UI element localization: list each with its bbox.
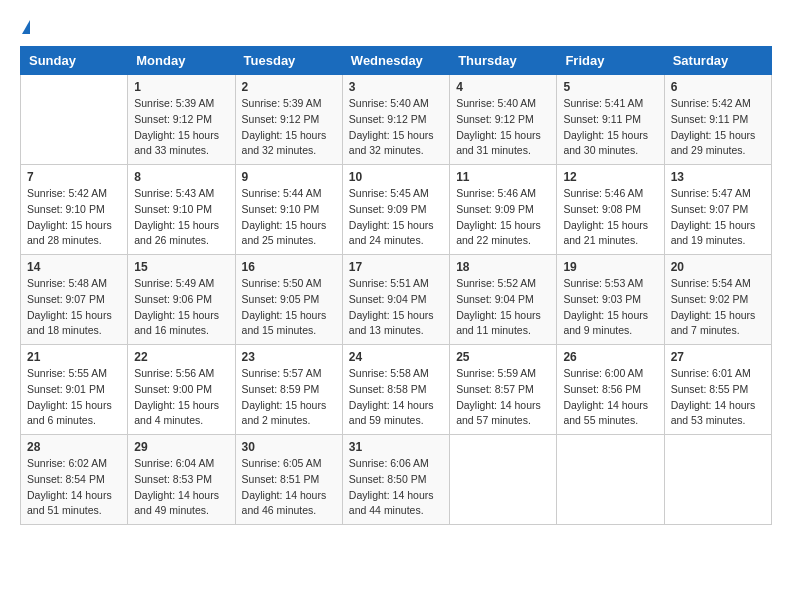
- calendar-table: SundayMondayTuesdayWednesdayThursdayFrid…: [20, 46, 772, 525]
- calendar-day-cell: 13Sunrise: 5:47 AMSunset: 9:07 PMDayligh…: [664, 165, 771, 255]
- day-info: Sunrise: 5:40 AMSunset: 9:12 PMDaylight:…: [456, 96, 550, 159]
- calendar-day-cell: [450, 435, 557, 525]
- page-header: [20, 20, 772, 36]
- day-number: 17: [349, 260, 443, 274]
- day-info: Sunrise: 5:58 AMSunset: 8:58 PMDaylight:…: [349, 366, 443, 429]
- day-number: 1: [134, 80, 228, 94]
- calendar-day-cell: 2Sunrise: 5:39 AMSunset: 9:12 PMDaylight…: [235, 75, 342, 165]
- day-info: Sunrise: 5:50 AMSunset: 9:05 PMDaylight:…: [242, 276, 336, 339]
- day-number: 16: [242, 260, 336, 274]
- day-info: Sunrise: 5:51 AMSunset: 9:04 PMDaylight:…: [349, 276, 443, 339]
- day-number: 12: [563, 170, 657, 184]
- calendar-day-cell: 6Sunrise: 5:42 AMSunset: 9:11 PMDaylight…: [664, 75, 771, 165]
- day-info: Sunrise: 5:40 AMSunset: 9:12 PMDaylight:…: [349, 96, 443, 159]
- day-info: Sunrise: 5:41 AMSunset: 9:11 PMDaylight:…: [563, 96, 657, 159]
- day-info: Sunrise: 5:48 AMSunset: 9:07 PMDaylight:…: [27, 276, 121, 339]
- day-number: 20: [671, 260, 765, 274]
- calendar-header-row: SundayMondayTuesdayWednesdayThursdayFrid…: [21, 47, 772, 75]
- day-info: Sunrise: 5:57 AMSunset: 8:59 PMDaylight:…: [242, 366, 336, 429]
- calendar-day-cell: 30Sunrise: 6:05 AMSunset: 8:51 PMDayligh…: [235, 435, 342, 525]
- calendar-day-cell: 29Sunrise: 6:04 AMSunset: 8:53 PMDayligh…: [128, 435, 235, 525]
- day-number: 29: [134, 440, 228, 454]
- calendar-day-cell: 1Sunrise: 5:39 AMSunset: 9:12 PMDaylight…: [128, 75, 235, 165]
- calendar-day-cell: 26Sunrise: 6:00 AMSunset: 8:56 PMDayligh…: [557, 345, 664, 435]
- calendar-day-cell: [21, 75, 128, 165]
- day-number: 11: [456, 170, 550, 184]
- calendar-header-cell: Wednesday: [342, 47, 449, 75]
- calendar-header-cell: Thursday: [450, 47, 557, 75]
- day-number: 2: [242, 80, 336, 94]
- day-number: 7: [27, 170, 121, 184]
- day-info: Sunrise: 5:42 AMSunset: 9:10 PMDaylight:…: [27, 186, 121, 249]
- day-number: 6: [671, 80, 765, 94]
- day-info: Sunrise: 6:01 AMSunset: 8:55 PMDaylight:…: [671, 366, 765, 429]
- calendar-day-cell: [557, 435, 664, 525]
- day-number: 13: [671, 170, 765, 184]
- calendar-header-cell: Tuesday: [235, 47, 342, 75]
- calendar-day-cell: 15Sunrise: 5:49 AMSunset: 9:06 PMDayligh…: [128, 255, 235, 345]
- day-info: Sunrise: 5:59 AMSunset: 8:57 PMDaylight:…: [456, 366, 550, 429]
- calendar-day-cell: 18Sunrise: 5:52 AMSunset: 9:04 PMDayligh…: [450, 255, 557, 345]
- day-info: Sunrise: 6:06 AMSunset: 8:50 PMDaylight:…: [349, 456, 443, 519]
- calendar-day-cell: 24Sunrise: 5:58 AMSunset: 8:58 PMDayligh…: [342, 345, 449, 435]
- day-info: Sunrise: 5:49 AMSunset: 9:06 PMDaylight:…: [134, 276, 228, 339]
- day-number: 27: [671, 350, 765, 364]
- day-info: Sunrise: 5:53 AMSunset: 9:03 PMDaylight:…: [563, 276, 657, 339]
- day-info: Sunrise: 5:43 AMSunset: 9:10 PMDaylight:…: [134, 186, 228, 249]
- day-info: Sunrise: 5:39 AMSunset: 9:12 PMDaylight:…: [134, 96, 228, 159]
- calendar-header-cell: Monday: [128, 47, 235, 75]
- day-info: Sunrise: 6:04 AMSunset: 8:53 PMDaylight:…: [134, 456, 228, 519]
- calendar-day-cell: 19Sunrise: 5:53 AMSunset: 9:03 PMDayligh…: [557, 255, 664, 345]
- day-number: 10: [349, 170, 443, 184]
- day-info: Sunrise: 5:45 AMSunset: 9:09 PMDaylight:…: [349, 186, 443, 249]
- calendar-week-row: 21Sunrise: 5:55 AMSunset: 9:01 PMDayligh…: [21, 345, 772, 435]
- calendar-day-cell: 22Sunrise: 5:56 AMSunset: 9:00 PMDayligh…: [128, 345, 235, 435]
- day-number: 28: [27, 440, 121, 454]
- day-number: 19: [563, 260, 657, 274]
- day-info: Sunrise: 5:46 AMSunset: 9:08 PMDaylight:…: [563, 186, 657, 249]
- day-info: Sunrise: 5:56 AMSunset: 9:00 PMDaylight:…: [134, 366, 228, 429]
- calendar-day-cell: 21Sunrise: 5:55 AMSunset: 9:01 PMDayligh…: [21, 345, 128, 435]
- day-number: 31: [349, 440, 443, 454]
- day-info: Sunrise: 5:46 AMSunset: 9:09 PMDaylight:…: [456, 186, 550, 249]
- day-number: 30: [242, 440, 336, 454]
- calendar-day-cell: 17Sunrise: 5:51 AMSunset: 9:04 PMDayligh…: [342, 255, 449, 345]
- calendar-week-row: 14Sunrise: 5:48 AMSunset: 9:07 PMDayligh…: [21, 255, 772, 345]
- calendar-header-cell: Sunday: [21, 47, 128, 75]
- day-info: Sunrise: 5:47 AMSunset: 9:07 PMDaylight:…: [671, 186, 765, 249]
- calendar-day-cell: 12Sunrise: 5:46 AMSunset: 9:08 PMDayligh…: [557, 165, 664, 255]
- day-info: Sunrise: 5:42 AMSunset: 9:11 PMDaylight:…: [671, 96, 765, 159]
- calendar-day-cell: 8Sunrise: 5:43 AMSunset: 9:10 PMDaylight…: [128, 165, 235, 255]
- calendar-day-cell: 5Sunrise: 5:41 AMSunset: 9:11 PMDaylight…: [557, 75, 664, 165]
- calendar-day-cell: 25Sunrise: 5:59 AMSunset: 8:57 PMDayligh…: [450, 345, 557, 435]
- calendar-day-cell: 16Sunrise: 5:50 AMSunset: 9:05 PMDayligh…: [235, 255, 342, 345]
- logo: [20, 20, 30, 36]
- calendar-week-row: 1Sunrise: 5:39 AMSunset: 9:12 PMDaylight…: [21, 75, 772, 165]
- calendar-day-cell: [664, 435, 771, 525]
- day-number: 9: [242, 170, 336, 184]
- day-number: 14: [27, 260, 121, 274]
- day-number: 26: [563, 350, 657, 364]
- day-info: Sunrise: 6:02 AMSunset: 8:54 PMDaylight:…: [27, 456, 121, 519]
- calendar-week-row: 7Sunrise: 5:42 AMSunset: 9:10 PMDaylight…: [21, 165, 772, 255]
- calendar-day-cell: 28Sunrise: 6:02 AMSunset: 8:54 PMDayligh…: [21, 435, 128, 525]
- day-info: Sunrise: 5:54 AMSunset: 9:02 PMDaylight:…: [671, 276, 765, 339]
- day-info: Sunrise: 5:44 AMSunset: 9:10 PMDaylight:…: [242, 186, 336, 249]
- day-number: 5: [563, 80, 657, 94]
- day-info: Sunrise: 6:00 AMSunset: 8:56 PMDaylight:…: [563, 366, 657, 429]
- day-info: Sunrise: 5:52 AMSunset: 9:04 PMDaylight:…: [456, 276, 550, 339]
- day-number: 21: [27, 350, 121, 364]
- calendar-day-cell: 14Sunrise: 5:48 AMSunset: 9:07 PMDayligh…: [21, 255, 128, 345]
- day-number: 23: [242, 350, 336, 364]
- day-number: 18: [456, 260, 550, 274]
- calendar-week-row: 28Sunrise: 6:02 AMSunset: 8:54 PMDayligh…: [21, 435, 772, 525]
- calendar-day-cell: 31Sunrise: 6:06 AMSunset: 8:50 PMDayligh…: [342, 435, 449, 525]
- calendar-day-cell: 23Sunrise: 5:57 AMSunset: 8:59 PMDayligh…: [235, 345, 342, 435]
- calendar-body: 1Sunrise: 5:39 AMSunset: 9:12 PMDaylight…: [21, 75, 772, 525]
- day-info: Sunrise: 5:39 AMSunset: 9:12 PMDaylight:…: [242, 96, 336, 159]
- calendar-day-cell: 7Sunrise: 5:42 AMSunset: 9:10 PMDaylight…: [21, 165, 128, 255]
- day-number: 25: [456, 350, 550, 364]
- day-number: 24: [349, 350, 443, 364]
- day-number: 8: [134, 170, 228, 184]
- calendar-day-cell: 10Sunrise: 5:45 AMSunset: 9:09 PMDayligh…: [342, 165, 449, 255]
